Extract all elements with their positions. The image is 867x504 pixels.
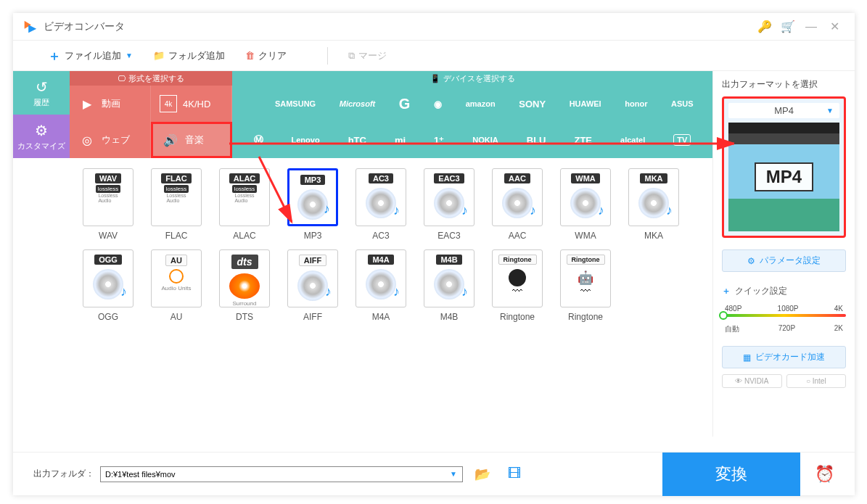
slider-thumb[interactable] bbox=[719, 311, 728, 320]
format-card-m4b[interactable]: M4B♪M4B bbox=[415, 249, 483, 322]
format-label: M4B bbox=[440, 312, 459, 322]
disc-icon bbox=[502, 188, 533, 218]
format-card-wma[interactable]: WMA♪WMA bbox=[551, 168, 620, 241]
brand-google[interactable]: G bbox=[399, 96, 411, 112]
output-format-title: 出力フォーマットを選択 bbox=[722, 78, 846, 91]
format-thumb: ALAClosslessLosslessAudio bbox=[219, 168, 270, 226]
device-header: 📱 デバイスを選択する bbox=[232, 71, 712, 86]
history-label: 履歴 bbox=[33, 97, 49, 108]
disc-icon bbox=[570, 188, 601, 218]
4k-icon: 4k bbox=[160, 95, 177, 112]
add-file-button[interactable]: ＋ ファイル追加 ▼ bbox=[48, 47, 133, 65]
lossless-badge: lossless bbox=[232, 185, 257, 193]
brand-microsoft[interactable]: Microsoft bbox=[340, 99, 376, 108]
brand-honor[interactable]: honor bbox=[625, 99, 647, 108]
sliders-icon: ⚙ bbox=[747, 256, 755, 266]
gpu-intel[interactable]: ○ Intel bbox=[786, 374, 847, 388]
format-thumb: EAC3♪ bbox=[424, 168, 474, 226]
output-format-header[interactable]: MP4 ▼ bbox=[728, 103, 839, 118]
minimize-button[interactable]: — bbox=[800, 15, 823, 38]
lossless-badge: lossless bbox=[96, 185, 120, 193]
format-label: Ringtone bbox=[568, 312, 603, 322]
output-folder-input[interactable] bbox=[100, 466, 463, 482]
film-icon[interactable]: 🎞 bbox=[508, 466, 521, 482]
trash-icon: 🗑 bbox=[245, 50, 255, 61]
output-preview: MP4 bbox=[728, 123, 839, 231]
clear-button[interactable]: 🗑 クリア bbox=[245, 49, 287, 62]
music-note-icon: ♪ bbox=[325, 284, 332, 299]
brand-lg[interactable]: ◉ bbox=[434, 99, 442, 110]
close-button[interactable]: ✕ bbox=[823, 15, 846, 38]
brand-lenovo[interactable]: Lenovo bbox=[292, 136, 320, 144]
add-folder-button[interactable]: 📁 フォルダ追加 bbox=[153, 49, 225, 62]
format-card-wav[interactable]: WAVlosslessLosslessAudioWAV bbox=[74, 168, 142, 241]
output-format-selector[interactable]: MP4 ▼ MP4 bbox=[722, 96, 846, 238]
resolution-slider[interactable] bbox=[722, 314, 846, 317]
merge-icon: ⧉ bbox=[348, 50, 355, 62]
brand-asus[interactable]: ASUS bbox=[671, 99, 694, 108]
brand-xiaomi[interactable]: mi bbox=[395, 135, 406, 146]
merge-button[interactable]: ⧉ マージ bbox=[348, 49, 387, 62]
brand-tv[interactable]: TV bbox=[673, 134, 691, 146]
format-card-aiff[interactable]: AIFF♪AIFF bbox=[279, 249, 347, 322]
brand-sony[interactable]: SONY bbox=[519, 99, 546, 110]
key-icon[interactable]: 🔑 bbox=[753, 15, 776, 38]
history-tab[interactable]: ↺ 履歴 bbox=[13, 71, 70, 115]
disc-icon bbox=[638, 188, 669, 218]
format-thumb: dtsSurround bbox=[219, 249, 270, 307]
format-thumb: FLAClosslessLosslessAudio bbox=[151, 168, 202, 226]
open-folder-icon[interactable]: 📂 bbox=[474, 466, 490, 482]
left-sidebar: ↺ 履歴 ⚙ カスタマイズ bbox=[13, 71, 70, 437]
output-folder-label: 出力フォルダ： bbox=[33, 468, 94, 480]
format-badge: Ringtone bbox=[567, 255, 605, 265]
brand-amazon[interactable]: amazon bbox=[466, 99, 496, 108]
format-card-ringtone[interactable]: Ringtone〰Ringtone bbox=[483, 249, 551, 322]
convert-button[interactable]: 変換 bbox=[662, 453, 800, 496]
cart-icon[interactable]: 🛒 bbox=[776, 15, 800, 38]
format-badge: MKA bbox=[640, 173, 667, 183]
brand-samsung[interactable]: SAMSUNG bbox=[275, 99, 316, 108]
brand-alcatel[interactable]: alcatel bbox=[620, 136, 645, 144]
intel-icon: ○ bbox=[806, 377, 810, 385]
format-card-flac[interactable]: FLAClosslessLosslessAudioFLAC bbox=[142, 168, 210, 241]
format-card-ringtone[interactable]: Ringtone🤖〰Ringtone bbox=[551, 249, 620, 322]
category-audio[interactable]: 🔊 音楽 bbox=[151, 122, 232, 158]
format-card-ogg[interactable]: OGG♪OGG bbox=[74, 249, 142, 322]
customize-tab[interactable]: ⚙ カスタマイズ bbox=[13, 115, 70, 158]
music-note-icon: ♪ bbox=[393, 203, 400, 218]
gpu-nvidia[interactable]: 👁 NVIDIA bbox=[722, 374, 782, 388]
format-card-mka[interactable]: MKA♪MKA bbox=[620, 168, 688, 241]
format-label: MKA bbox=[644, 231, 663, 241]
brand-nokia[interactable]: NOKIA bbox=[472, 136, 498, 144]
brand-blu[interactable]: BLU bbox=[527, 135, 546, 146]
format-card-alac[interactable]: ALAClosslessLosslessAudioALAC bbox=[210, 168, 279, 241]
clock-icon[interactable]: ⏰ bbox=[815, 465, 834, 484]
add-file-label: ファイル追加 bbox=[65, 49, 121, 62]
category-4k-hd[interactable]: 4k 4K/HD bbox=[151, 86, 232, 122]
format-thumb: AAC♪ bbox=[492, 168, 543, 226]
brand-htc[interactable]: hTC bbox=[348, 135, 366, 146]
music-note-icon: ♪ bbox=[666, 203, 673, 218]
folder-plus-icon: 📁 bbox=[153, 50, 165, 61]
brand-huawei[interactable]: HUAWEI bbox=[570, 99, 601, 108]
brand-row-2: Ⓜ Lenovo hTC mi 1⁺ NOKIA BLU ZTE alcatel… bbox=[232, 122, 712, 158]
brand-zte[interactable]: ZTE bbox=[574, 135, 592, 146]
dropdown-caret-icon[interactable]: ▼ bbox=[126, 51, 133, 59]
format-card-eac3[interactable]: EAC3♪EAC3 bbox=[415, 168, 483, 241]
music-note-icon: ♪ bbox=[530, 203, 536, 218]
format-card-dts[interactable]: dtsSurroundDTS bbox=[210, 249, 279, 322]
parameter-settings-button[interactable]: ⚙ パラメータ設定 bbox=[722, 249, 846, 272]
format-card-aac[interactable]: AAC♪AAC bbox=[483, 168, 551, 241]
output-dropdown-icon[interactable]: ▼ bbox=[450, 470, 457, 478]
format-badge: OGG bbox=[94, 255, 122, 265]
format-card-m4a[interactable]: M4A♪M4A bbox=[347, 249, 415, 322]
format-card-au[interactable]: AUAudio UnitsAU bbox=[142, 249, 210, 322]
category-video[interactable]: ▶ 動画 bbox=[70, 86, 151, 122]
format-card-mp3[interactable]: MP3♪MP3 bbox=[279, 168, 347, 241]
format-card-ac3[interactable]: AC3♪AC3 bbox=[347, 168, 415, 241]
gpu-acceleration-button[interactable]: ▦ ビデオカード加速 bbox=[722, 346, 846, 368]
music-note-icon: ♪ bbox=[461, 203, 468, 218]
brand-oneplus[interactable]: 1⁺ bbox=[434, 135, 444, 146]
brand-motorola[interactable]: Ⓜ bbox=[254, 133, 263, 146]
category-web[interactable]: ◎ ウェブ bbox=[70, 122, 151, 158]
